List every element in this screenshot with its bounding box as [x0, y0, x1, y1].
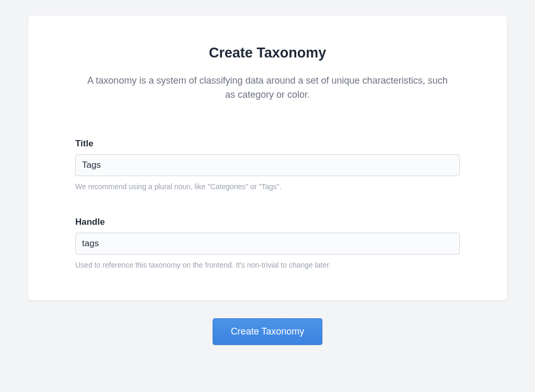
handle-field-group: Handle Used to reference this taxonomy o… — [75, 217, 460, 269]
title-help-text: We recommend using a plural noun, like "… — [75, 182, 460, 191]
page-description: A taxonomy is a system of classifying da… — [85, 74, 450, 102]
page-title: Create Taxonomy — [75, 45, 460, 61]
create-taxonomy-button[interactable]: Create Taxonomy — [213, 318, 323, 345]
title-label: Title — [75, 139, 460, 149]
create-taxonomy-card: Create Taxonomy A taxonomy is a system o… — [28, 16, 507, 301]
handle-help-text: Used to reference this taxonomy on the f… — [75, 261, 460, 269]
title-input[interactable] — [75, 154, 460, 176]
actions-container: Create Taxonomy — [28, 318, 507, 345]
handle-label: Handle — [75, 217, 460, 227]
handle-input[interactable] — [75, 233, 460, 255]
title-field-group: Title We recommend using a plural noun, … — [75, 139, 460, 191]
card-header: Create Taxonomy A taxonomy is a system o… — [75, 45, 460, 102]
